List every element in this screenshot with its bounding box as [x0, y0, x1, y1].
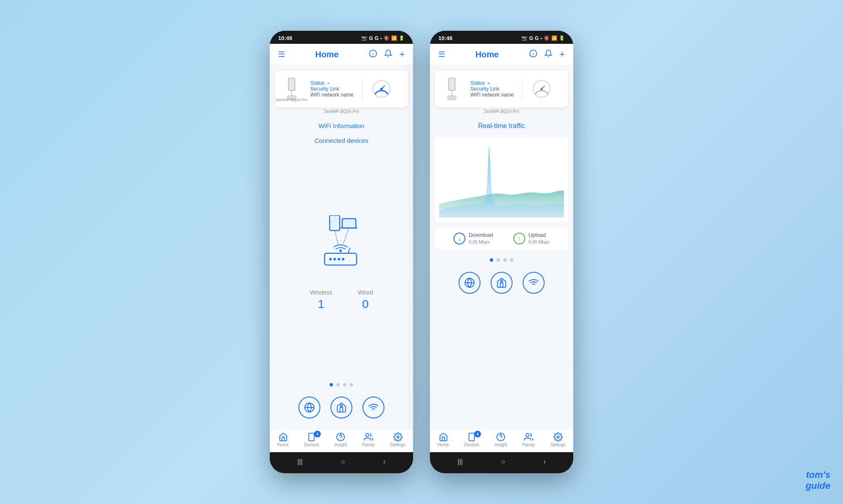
status-bar-1: 10:49 📷 G G • 🔇 📶 🔋 — [270, 31, 413, 44]
nav-icons-1: + — [369, 49, 405, 60]
dot-4-2 — [510, 258, 513, 262]
nav-icons-2: + — [529, 49, 565, 60]
svg-rect-4 — [289, 79, 294, 90]
card-divider-1 — [362, 78, 362, 99]
nav-devices-2[interactable]: 3 Devices — [464, 432, 479, 447]
status-label-1: Status — [310, 80, 325, 86]
upload-stat: ↑ Upload 0.06Mbps — [513, 232, 550, 245]
router-name-1: ZenWiFi BQ16 Pro — [276, 98, 308, 102]
circle-btn-1[interactable]: ○ — [341, 458, 345, 466]
quick-globe-btn-2[interactable] — [459, 272, 481, 294]
nav-insight-2[interactable]: Insight — [495, 432, 507, 447]
time-1: 10:49 — [278, 35, 292, 41]
router-name-label-2: ZenWiFi BQ16 Pro — [435, 109, 568, 114]
status-arrow-2: » — [487, 80, 490, 86]
router-card-2: Status » Security Link WiFi network name — [435, 70, 568, 107]
security-link-1[interactable]: Security Link — [310, 86, 354, 92]
svg-point-49 — [501, 280, 502, 282]
nav-family-2[interactable]: Family — [523, 432, 535, 447]
speed-gauge-1[interactable] — [371, 78, 392, 99]
status-label-2: Status — [470, 80, 485, 86]
plus-icon-2[interactable]: + — [559, 49, 565, 60]
dot-icon: • — [380, 36, 382, 41]
status-row-2: Status » — [470, 80, 514, 86]
security-link-2[interactable]: Security Link — [470, 86, 514, 92]
nav-family-label-1: Family — [362, 442, 375, 447]
nav-home-1[interactable]: Home — [277, 432, 289, 447]
dot-active-2 — [490, 258, 493, 262]
svg-point-56 — [526, 434, 529, 437]
circle-btn-2[interactable]: ○ — [501, 458, 505, 466]
quick-access-1 — [275, 393, 408, 424]
hamburger-menu-1[interactable]: ☰ — [278, 50, 285, 59]
speed-gauge-2[interactable] — [531, 78, 552, 99]
dot-2 — [336, 383, 340, 386]
network-g2-icon-2: G — [535, 35, 539, 41]
camera-icon-2: 📷 — [521, 35, 527, 41]
family-nav-icon-2 — [524, 432, 533, 442]
router-image-1: ZenWiFi BQ16 Pro — [282, 76, 302, 102]
bell-icon-1[interactable] — [384, 49, 392, 60]
download-unit: Mbps — [478, 239, 490, 244]
info-icon-2[interactable] — [529, 49, 537, 60]
network-g2-icon: G — [375, 35, 379, 41]
camera-icon: 📷 — [361, 35, 367, 41]
family-nav-icon — [364, 432, 373, 442]
wireless-stat: Wireless 1 — [310, 289, 333, 311]
quick-home-btn[interactable] — [330, 397, 352, 418]
phone-1: 10:49 📷 G G • 🔇 📶 🔋 ☰ Home — [270, 31, 413, 473]
nav-settings-2[interactable]: Settings — [550, 432, 566, 447]
svg-point-23 — [338, 258, 340, 260]
traffic-stats: ↓ Download 0.05Mbps ↑ Upload — [435, 228, 568, 249]
download-icon: ↓ — [454, 233, 465, 244]
screen-2: ☰ Home + — [430, 44, 573, 452]
dot-3-2 — [503, 258, 507, 262]
square-btn-2[interactable]: ‹ — [543, 458, 545, 466]
connected-devices-link[interactable]: Connected devices — [275, 134, 408, 147]
back-btn-1[interactable]: ||| — [297, 458, 302, 466]
section-title-2: Real-time traffic — [435, 118, 568, 131]
nav-title-1: Home — [315, 50, 339, 59]
nav-insight-label-2: Insight — [495, 442, 507, 447]
quick-wifi-btn-2[interactable] — [523, 272, 545, 294]
square-btn-1[interactable]: ‹ — [383, 458, 385, 466]
wifi-name-1: WiFi network name — [310, 92, 354, 98]
nav-family-1[interactable]: Family — [362, 432, 375, 447]
home-circle — [330, 397, 352, 418]
upload-icon: ↑ — [513, 233, 525, 244]
svg-line-18 — [343, 228, 349, 244]
hamburger-menu-2[interactable]: ☰ — [438, 50, 445, 59]
quick-wifi-btn[interactable] — [362, 397, 384, 418]
battery-icon: 🔋 — [399, 35, 405, 41]
card-divider-2 — [522, 78, 523, 99]
top-nav-2: ☰ Home + — [430, 44, 573, 65]
nav-settings-1[interactable]: Settings — [390, 432, 405, 447]
info-icon-1[interactable] — [369, 49, 377, 60]
svg-point-28 — [341, 405, 342, 407]
wifi-signal-icon-2: 📶 — [551, 35, 557, 41]
quick-access-2 — [435, 268, 568, 299]
svg-point-36 — [397, 436, 399, 438]
wifi-info-link[interactable]: WiFi Information — [275, 120, 408, 132]
quick-home-btn-2[interactable] — [491, 272, 513, 294]
network-g-icon-2: G — [529, 35, 533, 41]
nav-insight-1[interactable]: Insight — [335, 432, 347, 447]
bell-icon-2[interactable] — [544, 49, 553, 60]
status-icons-2: 📷 G G • 🔇 📶 🔋 — [521, 35, 565, 41]
wifi-signal-icon: 📶 — [391, 35, 397, 41]
globe-circle-2 — [459, 272, 481, 294]
plus-icon-1[interactable]: + — [399, 49, 405, 60]
back-btn-2[interactable]: ||| — [457, 458, 462, 466]
wired-label: Wired — [358, 289, 373, 296]
nav-insight-label-1: Insight — [335, 442, 347, 447]
quick-globe-btn[interactable] — [298, 397, 320, 418]
upload-value: 0.06Mbps — [529, 238, 550, 245]
guide-text: guide — [805, 480, 830, 491]
wireless-count: 1 — [318, 298, 325, 311]
nav-devices-label-1: Devices — [304, 442, 319, 447]
nav-devices-1[interactable]: 3 Devices — [304, 432, 319, 447]
nav-home-2[interactable]: Home — [438, 432, 449, 447]
devices-badge-2: 3 — [474, 431, 481, 437]
network-g-icon: G — [369, 35, 373, 41]
bottom-nav-2: Home 3 Devices — [430, 429, 573, 452]
